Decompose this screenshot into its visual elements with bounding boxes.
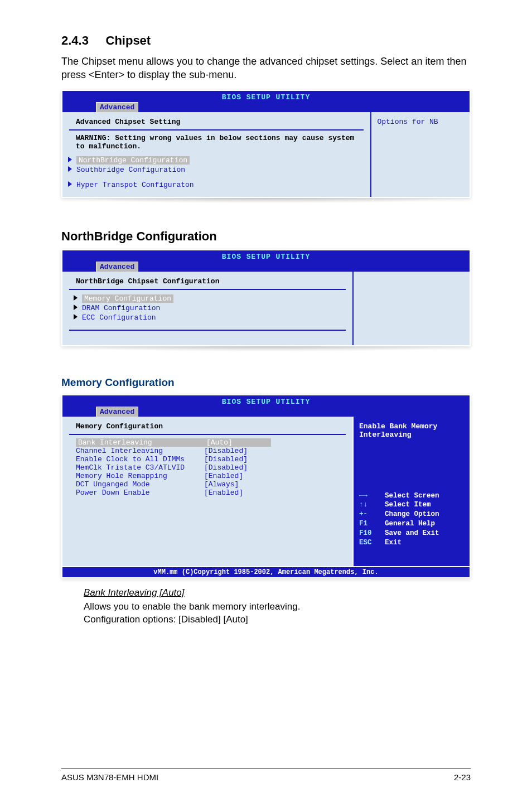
triangle-icon bbox=[74, 305, 78, 310]
bios-header: BIOS SETUP UTILITY Advanced bbox=[62, 250, 470, 272]
footer-product-name: ASUS M3N78-EMH HDMI bbox=[61, 772, 158, 782]
option-label: Channel Interleaving bbox=[76, 447, 204, 455]
bios-item-label: Memory Configuration bbox=[82, 294, 173, 303]
bios-left-heading: NorthBridge Chipset Configuration bbox=[76, 277, 346, 286]
key-select-screen: ←→Select Screen bbox=[359, 491, 464, 501]
northbridge-heading: NorthBridge Configuration bbox=[61, 229, 471, 244]
shadow-decoration bbox=[61, 198, 471, 204]
shadow-decoration bbox=[61, 346, 471, 352]
bios-menu-item-northbridge[interactable]: NorthBridge Configuration bbox=[68, 155, 364, 165]
bios-tab-advanced[interactable]: Advanced bbox=[96, 262, 138, 272]
bios-option-memory-hole-remap[interactable]: Memory Hole Remapping [Enabled] bbox=[76, 472, 346, 480]
bios-help-pane: Options for NB bbox=[370, 112, 470, 197]
bios-tab-advanced[interactable]: Advanced bbox=[96, 407, 138, 417]
bios-header: BIOS SETUP UTILITY Advanced bbox=[62, 91, 470, 112]
section-heading: 2.4.3 Chipset bbox=[61, 33, 471, 48]
bios-option-enable-clock-dimms[interactable]: Enable Clock to All DIMMs [Disabled] bbox=[76, 455, 346, 463]
bios-option-memclk-tristate[interactable]: MemClk Tristate C3/ATLVID [Disabled] bbox=[76, 463, 346, 472]
bios-item-label: ECC Configuration bbox=[82, 313, 156, 322]
bios-header-title: BIOS SETUP UTILITY bbox=[62, 91, 470, 102]
bios-left-heading: Advanced Chipset Setting bbox=[76, 118, 364, 126]
bios-header-title: BIOS SETUP UTILITY bbox=[62, 250, 470, 261]
divider bbox=[69, 434, 346, 435]
option-label: MemClk Tristate C3/ATLVID bbox=[76, 463, 204, 472]
key-save-exit: F10Save and Exit bbox=[359, 529, 464, 538]
bios-copyright-footer: vMM.mm (C)Copyright 1985-2002, American … bbox=[62, 566, 470, 577]
option-description: Allows you to enable the bank memory int… bbox=[84, 601, 471, 613]
bios-item-label: NorthBridge Configuration bbox=[76, 156, 190, 165]
section-intro: The Chipset menu allows you to change th… bbox=[61, 55, 471, 82]
bios-help-text: Options for NB bbox=[377, 118, 464, 126]
footer-page-number: 2-23 bbox=[454, 772, 471, 782]
divider bbox=[69, 330, 346, 331]
option-value: [Disabled] bbox=[204, 455, 271, 463]
bios-panel-chipset: BIOS SETUP UTILITY Advanced Advanced Chi… bbox=[61, 90, 471, 198]
bios-menu-item-southbridge[interactable]: Southbridge Configuration bbox=[68, 165, 364, 174]
bios-panel-memory: BIOS SETUP UTILITY Advanced Memory Confi… bbox=[61, 394, 471, 578]
help-text-line1: Enable Bank Memory bbox=[359, 422, 464, 431]
bios-left-heading: Memory Configuration bbox=[76, 422, 346, 431]
option-title-bank-interleaving: Bank Interleaving [Auto] bbox=[84, 587, 471, 598]
option-label: DCT Unganged Mode bbox=[76, 480, 204, 489]
bios-option-channel-interleaving[interactable]: Channel Interleaving [Disabled] bbox=[76, 447, 346, 455]
option-label: Memory Hole Remapping bbox=[76, 472, 204, 480]
bios-left-pane: NorthBridge Chipset Configuration Memory… bbox=[62, 272, 352, 345]
bios-menu-item-ecc[interactable]: ECC Configuration bbox=[74, 312, 346, 322]
triangle-icon bbox=[68, 157, 72, 162]
key-general-help: F1General Help bbox=[359, 519, 464, 529]
bios-menu-item-memory[interactable]: Memory Configuration bbox=[74, 293, 346, 303]
bios-menu-item-hypertransport[interactable]: Hyper Transpot Configuraton bbox=[68, 180, 364, 189]
triangle-icon bbox=[74, 295, 78, 301]
bios-menu-item-dram[interactable]: DRAM Configuration bbox=[74, 303, 346, 312]
key-select-item: ↑↓Select Item bbox=[359, 500, 464, 510]
triangle-icon bbox=[68, 166, 72, 172]
option-value: [Disabled] bbox=[204, 463, 271, 472]
bios-body: Memory Configuration Bank Interleaving [… bbox=[62, 417, 470, 566]
section-name: Chipset bbox=[106, 33, 151, 47]
option-value: [Auto] bbox=[204, 438, 271, 447]
option-value: [Enabled] bbox=[204, 489, 271, 497]
memory-config-heading: Memory Configuration bbox=[61, 376, 471, 389]
option-label: Enable Clock to All DIMMs bbox=[76, 455, 204, 463]
bios-item-label: Southbridge Configuration bbox=[76, 166, 185, 174]
key-exit: ESCExit bbox=[359, 538, 464, 548]
bios-option-bank-interleaving[interactable]: Bank Interleaving [Auto] bbox=[76, 438, 346, 447]
bios-option-power-down-enable[interactable]: Power Down Enable [Enabled] bbox=[76, 489, 346, 497]
bios-left-pane: Memory Configuration Bank Interleaving [… bbox=[62, 417, 352, 566]
option-config-options: Configuration options: [Disabled] [Auto] bbox=[84, 613, 471, 626]
bios-panel-northbridge: BIOS SETUP UTILITY Advanced NorthBridge … bbox=[61, 249, 471, 346]
bios-item-label: Hyper Transpot Configuraton bbox=[76, 181, 194, 189]
bios-item-label: DRAM Configuration bbox=[82, 304, 160, 312]
divider bbox=[69, 129, 364, 131]
key-legend: ←→Select Screen ↑↓Select Item +-Change O… bbox=[359, 491, 464, 548]
bios-tab-advanced[interactable]: Advanced bbox=[96, 102, 138, 112]
section-number: 2.4.3 bbox=[61, 33, 89, 47]
option-value: [Always] bbox=[204, 480, 271, 489]
option-value: [Disabled] bbox=[204, 447, 271, 455]
bios-body: Advanced Chipset Setting WARNING: Settin… bbox=[62, 112, 470, 197]
page-footer: ASUS M3N78-EMH HDMI 2-23 bbox=[61, 769, 471, 782]
triangle-icon bbox=[74, 314, 78, 320]
bios-help-pane bbox=[352, 272, 470, 345]
bios-warning-text: WARNING: Setting wrong values in below s… bbox=[76, 134, 364, 151]
bios-body: NorthBridge Chipset Configuration Memory… bbox=[62, 272, 470, 345]
option-label: Bank Interleaving bbox=[76, 438, 204, 447]
key-change-option: +-Change Option bbox=[359, 510, 464, 519]
triangle-icon bbox=[68, 181, 72, 187]
option-label: Power Down Enable bbox=[76, 489, 204, 497]
divider bbox=[69, 289, 346, 290]
bios-header: BIOS SETUP UTILITY Advanced bbox=[62, 395, 470, 417]
bios-help-pane: Enable Bank Memory Interleaving ←→Select… bbox=[352, 417, 470, 566]
bios-header-title: BIOS SETUP UTILITY bbox=[62, 395, 470, 406]
bios-option-dct-unganged[interactable]: DCT Unganged Mode [Always] bbox=[76, 480, 346, 489]
bios-left-pane: Advanced Chipset Setting WARNING: Settin… bbox=[62, 112, 370, 197]
option-value: [Enabled] bbox=[204, 472, 271, 480]
help-text-line2: Interleaving bbox=[359, 431, 464, 439]
